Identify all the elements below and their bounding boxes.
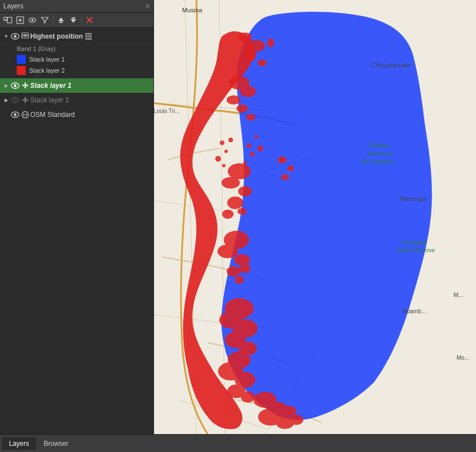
svg-rect-1 [7,17,12,23]
svg-point-86 [222,164,226,167]
svg-point-25 [14,84,17,87]
svg-point-49 [236,105,248,112]
svg-point-55 [222,210,234,219]
close-icon[interactable]: ✕ [145,3,150,10]
svg-point-53 [238,186,252,196]
svg-text:Mo...: Mo... [456,355,469,361]
svg-marker-9 [58,17,64,21]
svg-point-83 [225,150,228,153]
layer-1-expand-icon[interactable]: ▶ [2,82,10,90]
legend-item-2: Stack layer 2 [17,65,149,76]
svg-point-79 [278,157,287,163]
svg-point-84 [215,156,221,162]
group-stack-icon [20,31,30,41]
svg-text:Moamb...: Moamb... [402,308,426,314]
group-visibility-icon[interactable] [10,31,20,41]
svg-text:Massingir: Massingir [399,195,426,202]
svg-point-61 [239,264,250,273]
legend-band-title: Band 1 (Gray) [17,45,149,52]
svg-point-48 [227,96,241,105]
layer-3-globe-icon [20,110,30,120]
svg-point-29 [14,114,17,116]
layer-stack-layer-2[interactable]: ▶ ✛ Stack layer 2 [0,93,153,107]
open-layer-btn[interactable] [2,15,13,26]
layers-panel: Layers ✕ [0,0,154,434]
svg-point-27 [14,99,17,102]
svg-point-16 [14,35,17,38]
svg-point-88 [255,135,258,139]
svg-point-44 [258,59,267,66]
filter-btn[interactable] [39,15,50,26]
svg-point-87 [246,143,251,148]
layer-group-header[interactable]: ▼ Highest position [0,29,153,44]
map-svg: Musina Chicualacuala Louis Tri... Parque… [154,0,476,434]
svg-text:do Limpopo: do Limpopo [361,158,394,164]
layer-tree: ▼ Highest position Band 1 (Gray) Stack l… [0,28,153,434]
svg-point-81 [281,174,289,180]
svg-point-41 [238,32,252,41]
svg-point-90 [243,161,246,164]
svg-point-82 [220,140,224,145]
legend-color-1 [17,55,26,64]
group-expand-icon[interactable]: ▼ [2,32,10,40]
svg-point-45 [267,38,274,47]
layer-1-visibility-icon[interactable] [10,81,20,91]
layer-3-expand-icon [2,111,10,119]
svg-text:Louis Tri...: Louis Tri... [154,108,180,114]
svg-point-47 [240,86,256,97]
tab-browser[interactable]: Browser [37,437,75,450]
move-down-btn[interactable] [68,15,79,26]
panel-title: Layers [3,2,24,10]
visibility-toggle-btn[interactable] [27,15,38,26]
svg-point-80 [287,166,294,171]
layer-stack-layer-1[interactable]: ▶ ✛ Stack layer 1 [0,78,153,93]
layer-1-name: Stack layer 1 [30,82,151,90]
legend-label-1: Stack layer 1 [29,56,65,63]
svg-rect-21 [85,33,92,35]
svg-point-58 [217,244,238,258]
layer-osm-standard[interactable]: OSM Standard [0,107,153,122]
add-layer-btn[interactable] [15,15,26,26]
group-settings-btn[interactable] [83,31,94,42]
bottom-bar: Layers Browser [0,434,476,452]
svg-marker-11 [71,19,76,23]
svg-point-51 [228,163,251,180]
layer-3-visibility-icon[interactable] [10,110,20,120]
group-name: Highest position [30,32,83,40]
remove-layer-btn[interactable] [84,15,95,26]
svg-point-7 [31,19,34,21]
legend-color-2 [17,66,26,75]
legend-label-2: Stack layer 2 [29,67,65,74]
svg-point-62 [235,276,244,284]
legend-section: Band 1 (Gray) Stack layer 1 Stack layer … [0,44,153,78]
svg-rect-12 [72,17,75,18]
svg-rect-10 [59,22,63,23]
svg-text:M...: M... [454,292,463,298]
svg-point-60 [227,266,241,276]
svg-point-91 [258,145,263,151]
svg-point-56 [237,208,246,215]
svg-text:Chicualacuala: Chicualacuala [371,62,410,68]
svg-point-52 [222,177,240,189]
main-container: Layers ✕ [0,0,476,434]
layer-toolbar [0,13,153,28]
layer-2-expand-icon[interactable]: ▶ [2,96,10,104]
svg-text:Karingani: Karingani [402,239,427,246]
move-up-btn[interactable] [55,15,67,26]
svg-point-50 [246,114,255,120]
layer-2-visibility-icon[interactable] [10,95,20,105]
svg-point-26 [11,97,19,103]
layer-3-name: OSM Standard [30,111,151,119]
toolbar-separator-1 [53,16,53,25]
tab-layers[interactable]: Layers [2,437,36,450]
svg-text:Nacional: Nacional [367,150,391,157]
layer-1-stack-icon: ✛ [20,81,30,91]
legend-item-1: Stack layer 1 [17,54,149,65]
svg-text:Parque: Parque [369,142,389,148]
map-area[interactable]: Musina Chicualacuala Louis Tri... Parque… [154,0,476,434]
svg-rect-0 [4,17,7,20]
toolbar-separator-2 [81,16,82,25]
svg-text:Musina: Musina [182,7,203,13]
svg-point-78 [290,415,304,425]
layer-2-stack-icon: ✛ [20,95,30,105]
